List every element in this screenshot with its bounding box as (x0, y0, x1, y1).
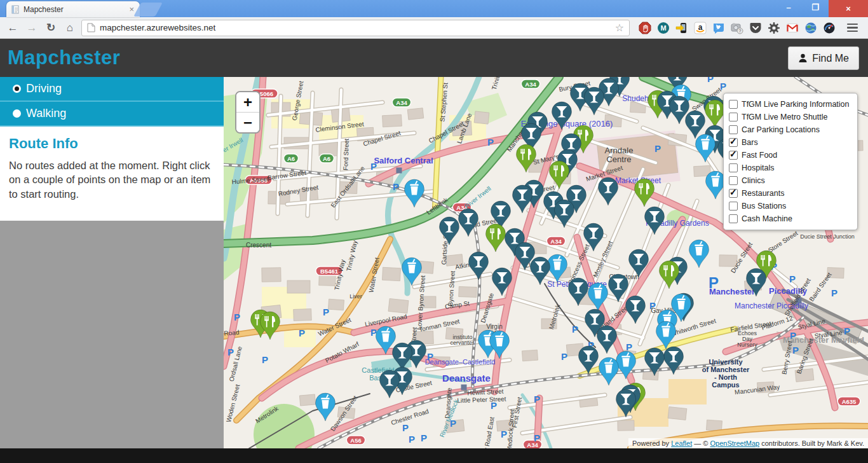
layer-checkbox[interactable] (729, 214, 738, 223)
svg-text:M: M (660, 24, 666, 32)
sidebar-filler (0, 221, 224, 448)
parking-icon: P (402, 422, 409, 433)
browser-menu-icon[interactable] (844, 21, 860, 35)
person-icon (798, 53, 808, 63)
layer-label: Bus Stations (742, 202, 786, 211)
twitter-icon[interactable] (712, 22, 725, 34)
layer-toggle-bars[interactable]: Bars (729, 136, 852, 149)
adblock-icon[interactable] (639, 22, 651, 34)
push-to-phone-icon[interactable] (675, 22, 688, 34)
mode-option-walking[interactable]: Walking (0, 102, 224, 127)
street-label: - North (714, 373, 737, 381)
street-label: Salford Central (374, 156, 433, 165)
parking-icon: P (227, 347, 234, 357)
layer-toggle-restaurants[interactable]: Restaurants (729, 187, 852, 200)
layer-label: TfGM Live Parking Information (742, 100, 850, 109)
layer-toggle-cash-machine[interactable]: Cash Machine (729, 212, 852, 225)
street-label: Ducie Street Junction (800, 233, 855, 240)
zoom-out-button[interactable]: − (236, 113, 259, 132)
pocket-icon[interactable] (749, 22, 762, 34)
speed-gauge-icon[interactable] (823, 22, 836, 34)
browser-window: Mapchester × – ❐ × ← → ↻ ⌂ mapchester.az… (0, 0, 868, 463)
mode-option-driving[interactable]: Driving (0, 77, 224, 102)
layer-checkbox[interactable] (729, 151, 738, 160)
extensions-row: Ma? (639, 22, 836, 34)
parking-icon: P (409, 434, 415, 445)
walking-radio[interactable] (13, 109, 21, 118)
layer-toggle-car-parking-locations[interactable]: Car Parking Locations (729, 123, 852, 136)
parking-icon: P (789, 273, 796, 284)
zoom-in-button[interactable]: + (236, 92, 259, 113)
map-layers-panel: TfGM Live Parking InformationTfGM Live M… (723, 93, 858, 230)
layer-toggle-clinics[interactable]: Clinics (729, 174, 852, 187)
road-badge-a34: A34 (521, 79, 539, 88)
layer-checkbox[interactable] (729, 100, 738, 109)
layer-toggle-tfgm-live-metro-shuttle[interactable]: TfGM Live Metro Shuttle (729, 111, 852, 123)
layer-toggle-bus-stations[interactable]: Bus Stations (729, 200, 852, 212)
browser-tab[interactable]: Mapchester × (6, 1, 140, 17)
layer-label: TfGM Live Metro Shuttle (742, 113, 827, 121)
svg-text:A34: A34 (525, 81, 536, 88)
bookmark-star-icon[interactable]: ☆ (615, 22, 624, 34)
parking-icon: P (262, 354, 268, 365)
leaflet-link[interactable]: Leaflet (671, 439, 692, 447)
gmail-icon[interactable] (786, 22, 799, 34)
layer-label: Car Parking Locations (742, 125, 820, 134)
parking-icon: P (421, 432, 427, 443)
tab-title: Mapchester (24, 5, 128, 14)
parking-icon: P (831, 287, 837, 298)
driving-label: Driving (26, 82, 62, 95)
svg-text:?: ? (739, 29, 742, 33)
layer-checkbox[interactable] (729, 163, 738, 172)
app-header: Mapchester Find Me (0, 39, 868, 77)
address-bar[interactable]: mapchester.azurewebsites.net ☆ (81, 20, 630, 36)
driving-radio[interactable] (13, 85, 21, 93)
parking-icon: P (534, 394, 540, 404)
street-label: Deansgate (442, 373, 491, 384)
layer-checkbox[interactable] (729, 202, 738, 211)
layer-checkbox[interactable] (729, 189, 738, 198)
home-button[interactable]: ⌂ (62, 22, 78, 34)
layer-toggle-hospitals[interactable]: Hospitals (729, 162, 852, 174)
street-label: Crescent (246, 242, 271, 249)
tab-close-icon[interactable]: × (128, 5, 135, 13)
find-me-label: Find Me (812, 53, 849, 64)
layer-toggle-tfgm-live-parking-information[interactable]: TfGM Live Parking Information (729, 98, 852, 111)
window-maximize-button[interactable]: ❐ (802, 0, 829, 14)
walking-label: Walking (26, 107, 66, 120)
window-minimize-button[interactable]: – (775, 0, 802, 14)
layer-checkbox[interactable] (729, 138, 738, 147)
parking-icon: P (626, 342, 632, 352)
find-me-button[interactable]: Find Me (788, 46, 859, 70)
station-icon (397, 168, 402, 174)
layer-label: Hospitals (742, 163, 774, 172)
street-label: Deansgate–Castlefield (425, 358, 496, 366)
back-button[interactable]: ← (5, 22, 20, 34)
openstreetmap-link[interactable]: OpenStreetMap (710, 439, 759, 447)
layer-checkbox[interactable] (729, 113, 738, 121)
layer-checkbox[interactable] (729, 176, 738, 185)
url-text[interactable]: mapchester.azurewebsites.net (100, 23, 611, 32)
road-badge-a34: A34 (546, 237, 565, 245)
amazon-icon[interactable]: a (694, 22, 707, 34)
page-icon (87, 23, 95, 32)
street-label: Campus (712, 381, 739, 389)
svg-text:A34: A34 (396, 99, 407, 106)
svg-text:A34: A34 (550, 238, 562, 245)
reload-button[interactable]: ↻ (43, 21, 58, 34)
layer-checkbox[interactable] (729, 125, 738, 134)
map-canvas[interactable]: A5066A5066A6A6A34A34A34A34A56A635B5461A3… (224, 77, 868, 448)
screen-capture-icon[interactable]: ? (731, 22, 743, 34)
sidebar: Driving Walking Route Info No routes add… (0, 77, 224, 448)
street-label: Ford Street (342, 138, 350, 170)
world-browser-icon[interactable] (804, 22, 817, 34)
mendeley-icon[interactable]: M (657, 22, 670, 34)
layer-toggle-fast-food[interactable]: Fast Food (729, 149, 852, 162)
settings-gear-icon[interactable] (768, 22, 780, 34)
forward-button[interactable]: → (24, 22, 39, 34)
svg-text:B5461: B5461 (320, 268, 339, 275)
window-close-button[interactable]: × (829, 0, 868, 17)
attribution-text: Powered by (632, 439, 671, 447)
app-brand: Mapchester (8, 46, 120, 69)
browser-toolbar: ← → ↻ ⌂ mapchester.azurewebsites.net ☆ M… (0, 17, 868, 39)
